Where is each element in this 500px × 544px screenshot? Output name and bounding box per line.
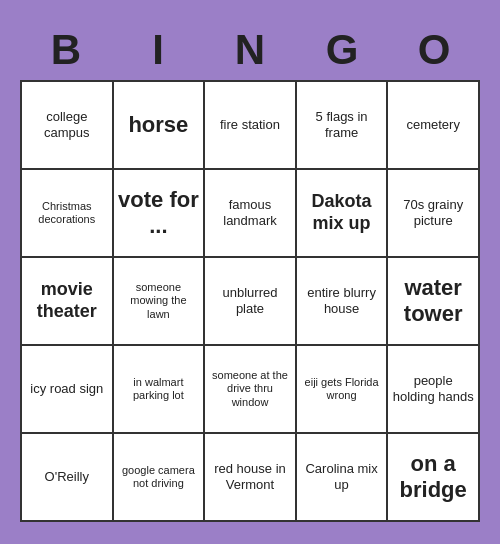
bingo-header: B I N G O	[20, 22, 480, 78]
bingo-cell[interactable]: in walmart parking lot	[114, 346, 206, 434]
letter-n: N	[204, 22, 296, 78]
bingo-cell[interactable]: Christmas decorations	[22, 170, 114, 258]
bingo-cell[interactable]: vote for ...	[114, 170, 206, 258]
bingo-cell[interactable]: on a bridge	[388, 434, 480, 522]
letter-o: O	[388, 22, 480, 78]
bingo-cell[interactable]: fire station	[205, 82, 297, 170]
bingo-cell[interactable]: Carolina mix up	[297, 434, 389, 522]
bingo-cell[interactable]: icy road sign	[22, 346, 114, 434]
bingo-cell[interactable]: movie theater	[22, 258, 114, 346]
bingo-cell[interactable]: google camera not driving	[114, 434, 206, 522]
bingo-cell[interactable]: college campus	[22, 82, 114, 170]
letter-g: G	[296, 22, 388, 78]
bingo-grid: college campushorsefire station5 flags i…	[20, 80, 480, 522]
bingo-cell[interactable]: eiji gets Florida wrong	[297, 346, 389, 434]
bingo-cell[interactable]: entire blurry house	[297, 258, 389, 346]
letter-b: B	[20, 22, 112, 78]
bingo-cell[interactable]: famous landmark	[205, 170, 297, 258]
bingo-cell[interactable]: unblurred plate	[205, 258, 297, 346]
bingo-cell[interactable]: water tower	[388, 258, 480, 346]
letter-i: I	[112, 22, 204, 78]
bingo-cell[interactable]: someone mowing the lawn	[114, 258, 206, 346]
bingo-cell[interactable]: red house in Vermont	[205, 434, 297, 522]
bingo-cell[interactable]: 70s grainy picture	[388, 170, 480, 258]
bingo-cell[interactable]: Dakota mix up	[297, 170, 389, 258]
bingo-cell[interactable]: 5 flags in frame	[297, 82, 389, 170]
bingo-card: B I N G O college campushorsefire statio…	[10, 12, 490, 532]
bingo-cell[interactable]: someone at the drive thru window	[205, 346, 297, 434]
bingo-cell[interactable]: people holding hands	[388, 346, 480, 434]
bingo-cell[interactable]: cemetery	[388, 82, 480, 170]
bingo-cell[interactable]: O'Reilly	[22, 434, 114, 522]
bingo-cell[interactable]: horse	[114, 82, 206, 170]
